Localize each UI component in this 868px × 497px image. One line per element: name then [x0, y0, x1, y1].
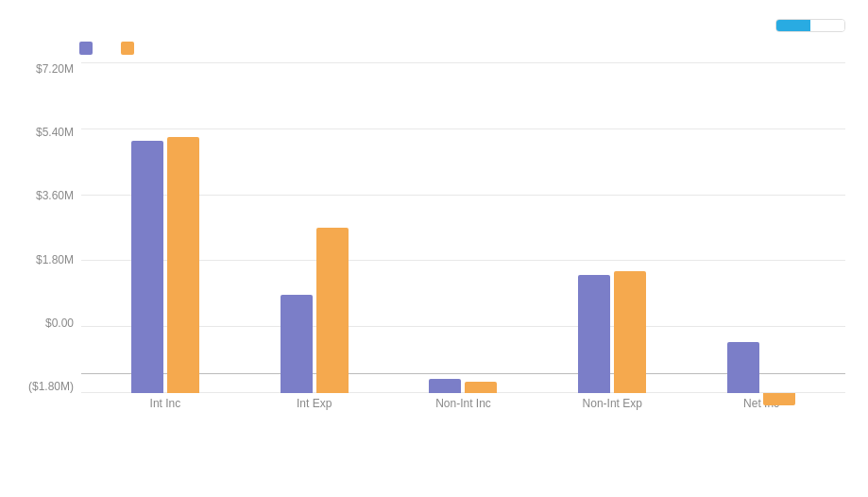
- chart-area: $7.20M$5.40M$3.60M$1.80M$0.00($1.80M) In…: [23, 62, 845, 421]
- y-axis-label: $1.80M: [36, 253, 74, 266]
- actual-swatch: [79, 42, 93, 55]
- bar-budget: [614, 271, 646, 393]
- y-axis-label: $5.40M: [36, 126, 74, 139]
- chart-inner: Int IncInt ExpNon-Int IncNon-Int ExpNet …: [81, 62, 845, 421]
- ytd-button[interactable]: [810, 20, 844, 31]
- bars-container: [81, 62, 845, 393]
- y-axis-label: $3.60M: [36, 189, 74, 202]
- bar-budget-negative: [763, 393, 795, 405]
- chart-legend: [79, 42, 845, 55]
- period-toggle: [775, 19, 845, 32]
- bar-budget: [167, 137, 199, 393]
- y-axis-label: $7.20M: [36, 62, 74, 76]
- page-header: [23, 19, 845, 32]
- bar-budget: [465, 382, 497, 393]
- bar-group: [578, 271, 646, 393]
- bar-budget: [316, 228, 349, 393]
- mtd-button[interactable]: [776, 20, 810, 31]
- bar-group: [727, 342, 795, 393]
- bar-group: [131, 137, 199, 393]
- y-axis-label: $0.00: [45, 317, 74, 330]
- budget-legend-item: [121, 42, 140, 55]
- x-axis-label: Int Exp: [277, 397, 352, 410]
- bar-group: [429, 379, 497, 393]
- x-axis-label: Int Inc: [128, 397, 203, 410]
- bar-actual: [578, 275, 610, 393]
- bar-actual: [429, 379, 461, 393]
- x-axis-label: Non-Int Exp: [574, 397, 650, 410]
- bar-actual: [281, 295, 313, 393]
- x-axis: Int IncInt ExpNon-Int IncNon-Int ExpNet …: [81, 397, 845, 410]
- y-axis-label: ($1.80M): [28, 380, 74, 393]
- budget-swatch: [121, 42, 134, 55]
- bar-group: [281, 228, 349, 393]
- bar-actual: [727, 342, 759, 393]
- bar-actual: [131, 141, 163, 393]
- y-axis: $7.20M$5.40M$3.60M$1.80M$0.00($1.80M): [23, 62, 81, 393]
- actual-legend-item: [79, 42, 98, 55]
- x-axis-label: Non-Int Inc: [425, 397, 501, 410]
